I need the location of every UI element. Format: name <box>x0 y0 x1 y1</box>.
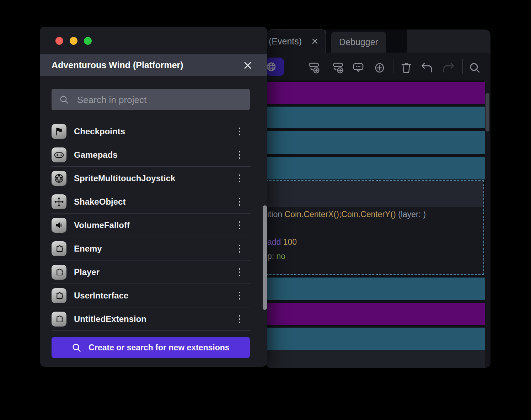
extension-label: ShakeObject <box>74 190 125 214</box>
event-row[interactable] <box>266 278 485 300</box>
event-action-text: ition Coin.CenterX();Coin.CenterY() (lay… <box>267 210 426 219</box>
traffic-light-maximize[interactable] <box>84 37 92 45</box>
traffic-light-minimize[interactable] <box>70 37 77 45</box>
traffic-light-close[interactable] <box>55 37 63 45</box>
code-expression: Coin.CenterX();Coin.CenterY() <box>285 210 396 219</box>
extension-item-userinterface[interactable]: UserInterface <box>40 284 267 307</box>
extension-label: UntitledExtension <box>74 307 146 331</box>
event-sheet: ition Coin.CenterX();Coin.CenterY() (lay… <box>266 80 490 368</box>
tab-debugger-label: Debugger <box>339 37 378 47</box>
item-menu-button[interactable] <box>233 218 246 232</box>
event-row[interactable] <box>266 303 485 325</box>
extension-label: UserInterface <box>74 284 128 307</box>
events-scrollbar-thumb[interactable] <box>486 93 489 131</box>
extension-item-checkpoints[interactable]: Checkpoints <box>40 120 267 143</box>
event-row[interactable] <box>266 131 485 154</box>
item-menu-button[interactable] <box>233 289 246 303</box>
dialog-title: Adventurous Wind (Platformer) <box>52 54 183 76</box>
event-row[interactable] <box>266 107 485 128</box>
undo-button[interactable] <box>420 61 434 75</box>
tab-debugger[interactable]: Debugger <box>331 32 386 53</box>
puzzle-icon <box>52 241 66 256</box>
event-row[interactable] <box>266 328 485 350</box>
extension-item-untitledextension[interactable]: UntitledExtension <box>40 307 267 331</box>
event-action-text: p: no <box>267 252 285 261</box>
dialog-header: Adventurous Wind (Platformer) <box>40 54 267 76</box>
events-toolbar <box>266 53 490 80</box>
event-action-text: add 100 <box>267 237 297 247</box>
tab-bar: (Events) Debugger <box>266 29 490 53</box>
item-menu-button[interactable] <box>233 148 246 162</box>
sheet-footer <box>266 350 490 368</box>
search-icon <box>72 343 81 352</box>
events-editor-window: (Events) Debugger <box>266 29 490 368</box>
add-comment-button[interactable] <box>351 61 365 75</box>
project-search-box <box>52 89 250 110</box>
search-input[interactable] <box>76 89 245 111</box>
redo-button[interactable] <box>441 61 455 75</box>
globe-toolbar-button[interactable] <box>266 58 284 76</box>
code-fragment: p: <box>267 252 277 261</box>
tab-events-label: (Events) <box>269 36 302 47</box>
add-subevent-button[interactable] <box>331 61 345 75</box>
item-menu-button[interactable] <box>233 171 246 185</box>
extension-label: Enemy <box>74 237 102 260</box>
item-menu-button[interactable] <box>233 242 246 256</box>
code-keyword: add <box>267 237 283 247</box>
add-event-button[interactable] <box>307 61 322 75</box>
create-or-search-extensions-button[interactable]: Create or search for new extensions <box>52 337 250 358</box>
puzzle-icon <box>52 265 66 280</box>
gamepad-icon <box>52 147 66 162</box>
flag-icon <box>52 124 66 139</box>
item-menu-button[interactable] <box>233 124 246 139</box>
extension-item-enemy[interactable]: Enemy <box>40 237 267 260</box>
code-fragment: (layer: ) <box>396 210 426 219</box>
item-menu-button[interactable] <box>233 312 246 326</box>
extension-label: VolumeFalloff <box>74 214 130 237</box>
extension-label: SpriteMultitouchJoystick <box>74 167 175 190</box>
create-button-label: Create or search for new extensions <box>88 343 229 352</box>
delete-button[interactable] <box>399 61 413 75</box>
add-event-menu-button[interactable] <box>372 61 387 75</box>
tab-events[interactable]: (Events) <box>266 29 326 53</box>
extension-label: Player <box>74 260 100 284</box>
events-scrollbar-track[interactable] <box>485 80 490 368</box>
extensions-dialog: Adventurous Wind (Platformer) Checkpoint… <box>40 27 267 367</box>
event-row[interactable] <box>266 82 485 104</box>
dialog-close-button[interactable] <box>242 59 254 71</box>
selected-event-row[interactable]: ition Coin.CenterX();Coin.CenterY() (lay… <box>266 180 484 275</box>
extension-label: Gamepads <box>74 143 118 167</box>
extension-item-shakeobject[interactable]: ShakeObject <box>40 190 267 214</box>
puzzle-icon <box>52 312 66 327</box>
extension-item-volumefalloff[interactable]: VolumeFalloff <box>40 214 267 237</box>
toolbar-divider <box>462 59 463 74</box>
dialog-scrollbar-thumb[interactable] <box>263 205 267 310</box>
code-boolean: no <box>277 252 286 261</box>
joystick-icon <box>52 171 66 186</box>
toolbar-divider <box>393 59 393 74</box>
tab-close-icon[interactable] <box>311 37 319 45</box>
speaker-icon <box>52 218 66 233</box>
code-value: 100 <box>283 237 297 247</box>
list-divider <box>52 330 251 331</box>
search-events-button[interactable] <box>468 61 482 75</box>
item-menu-button[interactable] <box>233 265 246 279</box>
desktop: (Events) Debugger <box>0 0 531 420</box>
code-fragment: ition <box>267 210 285 219</box>
extension-item-player[interactable]: Player <box>40 260 267 284</box>
move-arrows-icon <box>52 194 66 209</box>
item-menu-button[interactable] <box>233 195 246 209</box>
tabbar-right-panel <box>407 29 490 53</box>
extension-item-gamepads[interactable]: Gamepads <box>40 143 267 167</box>
puzzle-icon <box>52 288 66 303</box>
extension-item-spritemultitouchjoystick[interactable]: SpriteMultitouchJoystick <box>40 167 267 190</box>
extension-label: Checkpoints <box>74 120 125 143</box>
selected-event-condition-area <box>267 181 483 207</box>
event-row[interactable] <box>266 157 485 179</box>
search-icon <box>59 95 69 104</box>
